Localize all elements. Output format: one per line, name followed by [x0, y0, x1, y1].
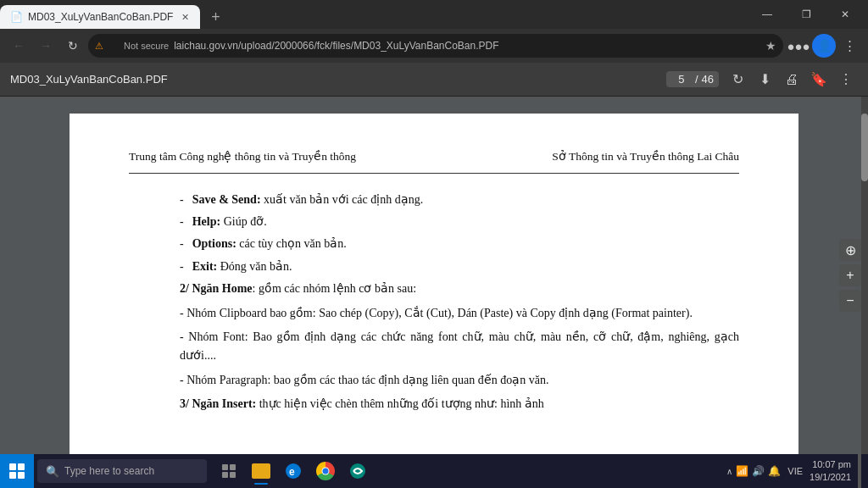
show-desktop-button[interactable] — [858, 454, 861, 488]
list-item: - Help: Giúp đỡ. — [180, 213, 739, 231]
task-view-icon — [221, 463, 236, 479]
address-wrapper: ⚠ Not secure laichau.gov.vn/upload/20000… — [88, 34, 783, 58]
browser-right-icons: ●●● 👤 ⋮ — [787, 34, 861, 58]
active-tab[interactable]: 📄 MD03_XuLyVanBanCoBan.PDF ✕ — [0, 5, 200, 29]
extensions-button[interactable]: ●●● — [787, 34, 810, 58]
dash: - — [180, 213, 184, 231]
tab-close-button[interactable]: ✕ — [178, 10, 192, 24]
dash: - — [180, 191, 184, 209]
pdf-viewer: Trung tâm Công nghệ thông tin và Truyền … — [0, 97, 868, 454]
close-button[interactable]: ✕ — [826, 3, 865, 26]
zoom-fit-button[interactable]: ⊕ — [839, 239, 861, 261]
print-button[interactable]: 🖨 — [780, 68, 804, 92]
list-item: - Save & Send: xuất văn bản với các định… — [180, 191, 739, 209]
windows-logo — [9, 463, 25, 479]
zoom-controls: ⊕ + − — [839, 239, 861, 312]
pdf-header: Trung tâm Công nghệ thông tin và Truyền … — [129, 147, 739, 174]
zoom-in-button[interactable]: + — [839, 264, 861, 286]
taskbar-apps: e — [210, 456, 376, 486]
para-paragraph-text: - Nhóm Paragraph: bao gồm các thao tác đ… — [180, 374, 548, 386]
bookmark-icon[interactable]: ★ — [765, 39, 776, 53]
dash: - — [180, 235, 184, 253]
minimize-button[interactable]: — — [748, 3, 787, 26]
pdf-scrollbar[interactable] — [861, 97, 868, 454]
task-view-button[interactable] — [214, 456, 244, 486]
refresh-button[interactable]: ↻ — [61, 34, 85, 58]
taskbar: 🔍 Type here to search e — [0, 454, 868, 488]
forward-button[interactable]: → — [34, 34, 58, 58]
para-insert-bold: 3/ Ngăn Insert: — [180, 397, 256, 410]
pdf-page: Trung tâm Công nghệ thông tin và Truyền … — [70, 114, 798, 454]
bullet-text-1: Save & Send: xuất văn bản với các định d… — [192, 191, 424, 209]
url-text: laichau.gov.vn/upload/2000066/fck/files/… — [174, 40, 498, 52]
bookmark-button[interactable]: 🔖 — [807, 68, 831, 92]
edge-browser-button[interactable]: e — [278, 456, 309, 486]
tray-arrow[interactable]: ∧ — [726, 467, 732, 476]
back-button[interactable]: ← — [7, 34, 31, 58]
other-app-button[interactable] — [342, 456, 373, 486]
para-insert: 3/ Ngăn Insert: thực hiện việc chèn thêm… — [129, 395, 739, 413]
other-app-icon — [349, 463, 366, 480]
pdf-content: - Save & Send: xuất văn bản với các định… — [129, 191, 739, 414]
list-item: - Exit: Đóng văn bản. — [180, 258, 739, 276]
para-home: 2/ Ngăn Home: gồm các nhóm lệnh cơ bản s… — [129, 280, 739, 298]
page-number-input[interactable] — [671, 73, 692, 86]
new-tab-button[interactable]: + — [203, 5, 227, 29]
date-display: 19/1/2021 — [810, 471, 851, 484]
bullet-list: - Save & Send: xuất văn bản với các định… — [129, 191, 739, 277]
download-button[interactable]: ⬇ — [753, 68, 776, 92]
address-bar: ← → ↻ ⚠ Not secure laichau.gov.vn/upload… — [0, 29, 868, 63]
start-button[interactable] — [0, 454, 34, 488]
pdf-filename: MD03_XuLyVanBanCoBan.PDF — [10, 73, 659, 86]
list-item: - Options: các tùy chọn văn bản. — [180, 235, 739, 253]
profile-button[interactable]: 👤 — [812, 34, 836, 58]
time-display: 10:07 pm — [810, 458, 851, 471]
search-icon: 🔍 — [46, 465, 59, 478]
tab-bar: 📄 MD03_XuLyVanBanCoBan.PDF ✕ + — ❐ ✕ — [0, 0, 868, 29]
notification-icon[interactable]: 🔔 — [768, 465, 781, 477]
header-right: Sở Thông tin và Truyền thông Lai Châu — [552, 147, 739, 166]
bullet-text-2: Help: Giúp đỡ. — [192, 213, 267, 231]
search-placeholder: Type here to search — [64, 465, 154, 477]
system-tray: ∧ 📶 🔊 🔔 VIE 10:07 pm 19/1/2021 — [726, 454, 868, 488]
pdf-favicon: 📄 — [10, 11, 23, 23]
scrollbar-thumb[interactable] — [861, 114, 868, 181]
page-controls: / 46 — [666, 71, 719, 87]
chrome-icon — [316, 462, 335, 480]
para-font: - Nhóm Font: Bao gồm định dạng các chức … — [129, 328, 739, 366]
svg-rect-0 — [222, 464, 228, 470]
maximize-button[interactable]: ❐ — [787, 3, 826, 26]
chrome-button[interactable] — [310, 456, 341, 486]
para-clipboard: - Nhóm Clipboard bao gồm: Sao chép (Copy… — [129, 304, 739, 323]
para-paragraph: - Nhóm Paragraph: bao gồm các thao tác đ… — [129, 371, 739, 390]
edge-icon: e — [285, 463, 302, 480]
file-explorer-button[interactable] — [246, 456, 276, 486]
more-options-button[interactable]: ⋮ — [834, 68, 858, 92]
para-insert-text: thực hiện việc chèn thêm những đối tượng… — [256, 397, 544, 410]
rotate-button[interactable]: ↻ — [726, 68, 749, 92]
header-left: Trung tâm Công nghệ thông tin và Truyền … — [129, 147, 356, 166]
clock[interactable]: 10:07 pm 19/1/2021 — [810, 458, 851, 485]
taskbar-search[interactable]: 🔍 Type here to search — [37, 459, 207, 483]
language-indicator[interactable]: VIE — [787, 466, 803, 476]
network-icon[interactable]: 📶 — [736, 465, 748, 477]
insecure-label: Not secure — [124, 41, 169, 51]
insecure-icon: ⚠ — [95, 41, 103, 52]
window-controls: — ❐ ✕ — [748, 3, 868, 31]
zoom-out-button[interactable]: − — [839, 290, 861, 312]
svg-rect-2 — [222, 472, 228, 478]
page-separator: / — [695, 73, 698, 86]
pdf-toolbar-icons: ↻ ⬇ 🖨 🔖 ⋮ — [726, 68, 858, 92]
address-field[interactable]: ⚠ Not secure laichau.gov.vn/upload/20000… — [88, 34, 783, 58]
pdf-toolbar: MD03_XuLyVanBanCoBan.PDF / 46 ↻ ⬇ 🖨 🔖 ⋮ — [0, 63, 868, 97]
tab-title: MD03_XuLyVanBanCoBan.PDF — [28, 11, 173, 23]
volume-icon[interactable]: 🔊 — [752, 465, 765, 477]
para-clipboard-text: - Nhóm Clipboard bao gồm: Sao chép (Copy… — [180, 307, 693, 319]
menu-button[interactable]: ⋮ — [837, 34, 861, 58]
bullet-text-4: Exit: Đóng văn bản. — [192, 258, 292, 276]
svg-rect-1 — [230, 464, 236, 470]
para-font-text: - Nhóm Font: Bao gồm định dạng các chức … — [180, 330, 739, 362]
dash: - — [180, 258, 184, 276]
bullet-text-3: Options: các tùy chọn văn bản. — [192, 235, 347, 253]
para-home-text: : gồm các nhóm lệnh cơ bản sau: — [253, 282, 416, 295]
